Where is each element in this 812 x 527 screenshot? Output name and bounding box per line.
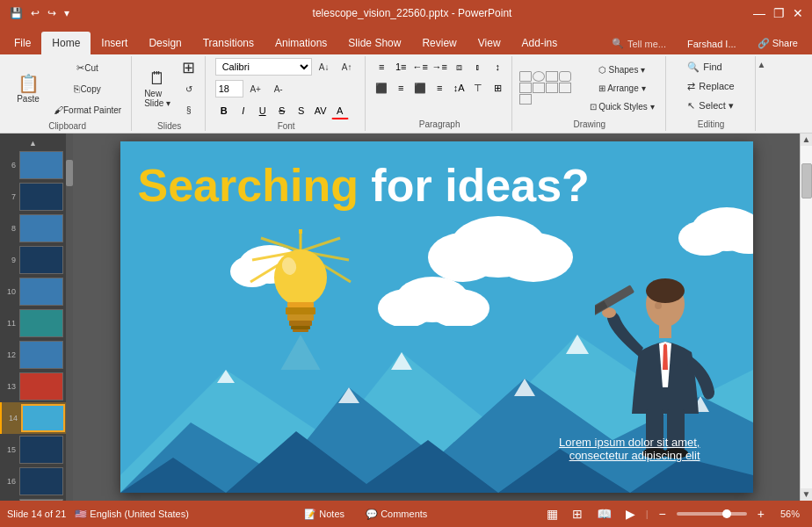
slideshow-button[interactable]: ▶ bbox=[622, 505, 639, 523]
tab-insert[interactable]: Insert bbox=[91, 32, 138, 54]
slide-thumb-16[interactable]: 16 bbox=[0, 466, 66, 497]
ribbon-collapse[interactable]: ▲ bbox=[758, 56, 770, 131]
shape-item[interactable] bbox=[559, 71, 571, 82]
shape-item[interactable] bbox=[533, 71, 545, 82]
para-more[interactable]: ↕ bbox=[489, 58, 506, 76]
scroll-thumb[interactable] bbox=[66, 160, 73, 186]
tab-addins[interactable]: Add-ins bbox=[511, 32, 569, 54]
share-button[interactable]: 🔗 Share bbox=[747, 32, 808, 54]
shape-item[interactable] bbox=[519, 94, 532, 105]
arrange-button[interactable]: ⊞ Arrange ▾ bbox=[584, 80, 659, 97]
scroll-up-arrow[interactable]: ▲ bbox=[801, 134, 812, 146]
layout-button[interactable]: ⊞ bbox=[178, 58, 199, 77]
slide-thumb-12[interactable]: 12 bbox=[0, 339, 66, 371]
slide-thumb-11[interactable]: 11 bbox=[0, 307, 66, 339]
increase-indent-button[interactable]: →≡ bbox=[431, 58, 448, 76]
section-button[interactable]: § bbox=[178, 100, 199, 119]
align-text-button[interactable]: ⊤ bbox=[469, 79, 487, 97]
zoom-minus-button[interactable]: − bbox=[656, 505, 670, 523]
redo-button[interactable]: ↪ bbox=[45, 5, 59, 21]
close-button[interactable]: ✕ bbox=[791, 6, 805, 20]
shape-item[interactable] bbox=[546, 83, 558, 93]
slide-thumb-6[interactable]: 6 bbox=[0, 149, 66, 181]
shape-item[interactable] bbox=[519, 83, 532, 93]
quick-styles-button[interactable]: ⊡ Quick Styles ▾ bbox=[584, 98, 659, 115]
align-right-button[interactable]: ⬛ bbox=[411, 79, 429, 97]
font-size-input[interactable] bbox=[215, 80, 243, 97]
tab-slideshow[interactable]: Slide Show bbox=[337, 32, 411, 54]
bullets-button[interactable]: ≡ bbox=[373, 58, 390, 76]
user-account[interactable]: Farshad I... bbox=[677, 33, 747, 54]
slide-thumb-15[interactable]: 15 bbox=[0, 434, 66, 466]
shape-item[interactable] bbox=[519, 71, 532, 82]
slide-thumb-17[interactable]: 17 bbox=[0, 497, 66, 501]
italic-button[interactable]: I bbox=[235, 102, 252, 119]
zoom-slider[interactable] bbox=[677, 512, 747, 516]
slide-panel-scroll-up[interactable]: ▲ bbox=[0, 137, 66, 149]
font-name-select[interactable]: Calibri bbox=[215, 58, 312, 76]
slide-thumb-7[interactable]: 7 bbox=[0, 181, 66, 213]
comments-button[interactable]: 💬 Comments bbox=[360, 507, 432, 522]
slide-canvas[interactable]: Searching for ideas? bbox=[120, 141, 753, 493]
smartart-button[interactable]: ⧈ bbox=[450, 58, 468, 76]
font-increase-btn[interactable]: A+ bbox=[245, 79, 266, 98]
font-decrease-btn[interactable]: A- bbox=[268, 79, 289, 98]
undo-button[interactable]: ↩ bbox=[28, 5, 42, 21]
shape-item[interactable] bbox=[533, 83, 545, 93]
zoom-plus-button[interactable]: + bbox=[754, 505, 768, 523]
tab-transitions[interactable]: Transitions bbox=[192, 32, 265, 54]
decrease-indent-button[interactable]: ←≡ bbox=[411, 58, 429, 76]
scroll-down-arrow[interactable]: ▼ bbox=[801, 488, 812, 501]
shapes-button[interactable]: ⬡ Shapes ▾ bbox=[584, 61, 659, 78]
paste-button[interactable]: 📋 Paste bbox=[9, 71, 47, 107]
cut-button[interactable]: ✂ Cut bbox=[49, 58, 126, 77]
convert-to-smartart[interactable]: ⊞ bbox=[489, 79, 506, 97]
select-button[interactable]: ↖ Select ▾ bbox=[683, 97, 738, 114]
notes-button[interactable]: 📝 Notes bbox=[299, 507, 350, 522]
copy-button[interactable]: ⎘ Copy bbox=[49, 79, 126, 98]
align-left-button[interactable]: ⬛ bbox=[373, 79, 390, 97]
shape-item[interactable] bbox=[559, 83, 571, 93]
bold-button[interactable]: B bbox=[215, 102, 233, 119]
restore-button[interactable]: ❐ bbox=[772, 6, 786, 20]
reading-view-button[interactable]: 📖 bbox=[593, 505, 615, 523]
justify-button[interactable]: ≡ bbox=[431, 79, 448, 97]
new-slide-button[interactable]: 🗒 NewSlide ▾ bbox=[139, 66, 176, 112]
tab-review[interactable]: Review bbox=[411, 32, 467, 54]
replace-button[interactable]: ⇄ Replace bbox=[683, 77, 738, 95]
minimize-button[interactable]: — bbox=[752, 6, 766, 20]
slide-thumb-10[interactable]: 10 bbox=[0, 276, 66, 307]
numbering-button[interactable]: 1≡ bbox=[392, 58, 410, 76]
text-direction-button[interactable]: ↕A bbox=[450, 79, 468, 97]
strikethrough-button[interactable]: S bbox=[273, 102, 291, 119]
font-size-decrease[interactable]: A↓ bbox=[314, 58, 335, 76]
slide-thumb-13[interactable]: 13 bbox=[0, 371, 66, 402]
font-size-increase[interactable]: A↑ bbox=[337, 58, 358, 76]
zoom-level-button[interactable]: 56% bbox=[775, 507, 805, 521]
tell-me-input[interactable]: 🔍Tell me... bbox=[601, 32, 677, 54]
tab-design[interactable]: Design bbox=[138, 32, 192, 54]
reset-button[interactable]: ↺ bbox=[178, 79, 199, 98]
columns-button[interactable]: ⫾ bbox=[469, 58, 487, 76]
customize-button[interactable]: ▾ bbox=[62, 5, 72, 21]
tab-view[interactable]: View bbox=[468, 32, 511, 54]
tab-file[interactable]: File bbox=[4, 32, 41, 54]
zoom-thumb[interactable] bbox=[722, 509, 731, 518]
char-spacing-button[interactable]: AV bbox=[312, 102, 330, 119]
slide-thumb-14[interactable]: 14 bbox=[0, 402, 66, 434]
underline-button[interactable]: U bbox=[254, 102, 272, 119]
scroll-thumb[interactable] bbox=[801, 163, 812, 199]
slide-thumb-9[interactable]: 9 bbox=[0, 244, 66, 276]
find-button[interactable]: 🔍 Find bbox=[683, 58, 738, 76]
format-painter-button[interactable]: 🖌 Format Painter bbox=[49, 100, 126, 119]
normal-view-button[interactable]: ▦ bbox=[543, 505, 562, 523]
slide-sorter-button[interactable]: ⊞ bbox=[569, 505, 586, 523]
tab-home[interactable]: Home bbox=[41, 32, 91, 54]
save-button[interactable]: 💾 bbox=[7, 5, 25, 21]
align-center-button[interactable]: ≡ bbox=[392, 79, 410, 97]
font-color-button[interactable]: A bbox=[331, 102, 349, 119]
shape-item[interactable] bbox=[546, 71, 558, 82]
slide-thumb-8[interactable]: 8 bbox=[0, 213, 66, 244]
tab-animations[interactable]: Animations bbox=[265, 32, 337, 54]
shadow-button[interactable]: S bbox=[293, 102, 310, 119]
